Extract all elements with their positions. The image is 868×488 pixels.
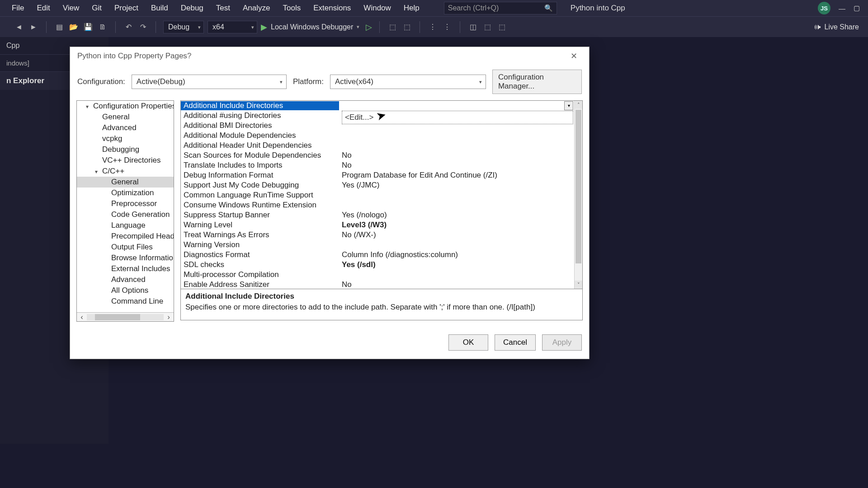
menu-debug[interactable]: Debug <box>175 1 210 15</box>
grid-vscrollbar[interactable]: ˄ ˅ <box>574 101 582 289</box>
tree-item[interactable]: External Includes <box>77 263 174 274</box>
menu-build[interactable]: Build <box>145 1 175 15</box>
tree-item[interactable]: Output Files <box>77 242 174 253</box>
scroll-left-icon[interactable]: ‹ <box>77 313 87 322</box>
cancel-button[interactable]: Cancel <box>495 334 536 351</box>
property-description: Additional Include Directories Specifies… <box>180 289 583 320</box>
back-icon[interactable]: ◄ <box>14 22 24 33</box>
dialog-titlebar: Python into Cpp Property Pages ? ✕ <box>70 47 589 65</box>
tb-icon-6[interactable]: ⬚ <box>496 22 507 33</box>
menu-view[interactable]: View <box>57 1 86 15</box>
menu-extensions[interactable]: Extensions <box>307 1 357 15</box>
search-input[interactable]: Search (Ctrl+Q) 🔍 <box>444 2 557 14</box>
property-row[interactable]: Warning Version <box>181 240 574 250</box>
platform-select[interactable]: x64▾ <box>208 21 257 33</box>
start-debug-button[interactable]: ▶ Local Windows Debugger ▾ <box>261 22 359 32</box>
tree-item[interactable]: Code Generation <box>77 209 174 220</box>
scroll-up-icon[interactable]: ˄ <box>575 101 582 109</box>
tb-icon-4[interactable]: ⋮ <box>442 22 453 33</box>
property-row[interactable]: Scan Sources for Module DependenciesNo <box>181 150 574 160</box>
tree-item[interactable]: vcpkg <box>77 133 174 144</box>
tree-item[interactable]: Precompiled Heade <box>77 231 174 242</box>
property-row[interactable]: Diagnostics FormatColumn Info (/diagnost… <box>181 250 574 260</box>
property-row[interactable]: Additional Header Unit Dependencies <box>181 141 574 150</box>
property-row[interactable]: Suppress Startup BannerYes (/nologo) <box>181 210 574 220</box>
property-row[interactable]: Additional Module Dependencies <box>181 131 574 141</box>
search-placeholder: Search (Ctrl+Q) <box>448 4 499 12</box>
scroll-down-icon[interactable]: ˅ <box>575 281 582 289</box>
tree-item[interactable]: Advanced <box>77 274 174 285</box>
liveshare-icon: 🕪 <box>814 23 821 31</box>
tree-item[interactable]: ▾C/C++ <box>77 166 174 177</box>
property-grid: Additional Include DirectoriesAdditional… <box>180 100 583 289</box>
tree-item[interactable]: Browse Information <box>77 253 174 263</box>
property-row[interactable]: Common Language RunTime Support <box>181 190 574 200</box>
property-row[interactable]: Additional Include Directories <box>181 101 574 111</box>
tree-item[interactable]: ▾Configuration Properties <box>77 101 174 112</box>
tb-icon-3[interactable]: ⋮ <box>427 22 438 33</box>
tree-item[interactable]: General <box>77 177 174 188</box>
liveshare-button[interactable]: 🕪 Live Share <box>814 23 859 31</box>
property-row[interactable]: SDL checksYes (/sdl) <box>181 260 574 270</box>
new-file-icon[interactable]: ▤ <box>54 22 65 33</box>
property-row[interactable]: Multi-processor Compilation <box>181 270 574 280</box>
property-row[interactable]: Treat Warnings As ErrorsNo (/WX-) <box>181 230 574 240</box>
value-dropdown-icon[interactable]: ▾ <box>564 101 573 110</box>
property-row[interactable]: Support Just My Code DebuggingYes (/JMC) <box>181 180 574 190</box>
configuration-manager-button[interactable]: Configuration Manager... <box>492 70 582 94</box>
property-row[interactable]: Warning LevelLevel3 (/W3) <box>181 220 574 230</box>
tree-item[interactable]: Advanced <box>77 122 174 133</box>
property-row[interactable]: Debug Information FormatProgram Database… <box>181 170 574 180</box>
bookmark-icon[interactable]: ◫ <box>467 22 478 33</box>
dialog-top-row: Configuration: Active(Debug)▾ Platform: … <box>70 65 589 100</box>
save-icon[interactable]: 💾 <box>83 22 94 33</box>
tree-item[interactable]: VC++ Directories <box>77 155 174 166</box>
redo-icon[interactable]: ↷ <box>137 22 148 33</box>
save-all-icon[interactable]: 🗎 <box>97 22 108 33</box>
menu-analyze[interactable]: Analyze <box>236 1 276 15</box>
open-icon[interactable]: 📂 <box>68 22 79 33</box>
menu-project[interactable]: Project <box>108 1 145 15</box>
menu-edit[interactable]: Edit <box>30 1 56 15</box>
dialog-title: Python into Cpp Property Pages <box>77 52 187 61</box>
platform-select-dialog[interactable]: Active(x64)▾ <box>330 75 486 89</box>
menu-file[interactable]: File <box>5 1 30 15</box>
tree-item[interactable]: ▸Linker <box>77 307 174 309</box>
forward-icon[interactable]: ► <box>28 22 39 33</box>
apply-button[interactable]: Apply <box>542 334 582 351</box>
menu-window[interactable]: Window <box>357 1 397 15</box>
close-icon[interactable]: ✕ <box>566 49 582 63</box>
menu-help[interactable]: Help <box>397 1 426 15</box>
tb-icon-2[interactable]: ⬚ <box>401 22 412 33</box>
ok-button[interactable]: OK <box>448 334 488 351</box>
tree-item[interactable]: Language <box>77 220 174 231</box>
configuration-select[interactable]: Active(Debug)▾ <box>132 75 287 89</box>
tree-item[interactable]: Preprocessor <box>77 198 174 209</box>
undo-icon[interactable]: ↶ <box>123 22 134 33</box>
project-name: Python into Cpp <box>571 4 625 13</box>
property-row[interactable]: Translate Includes to ImportsNo <box>181 160 574 170</box>
tb-icon-1[interactable]: ⬚ <box>387 22 398 33</box>
tree-item[interactable]: Optimization <box>77 188 174 198</box>
start-without-debug-icon[interactable]: ▷ <box>366 22 372 32</box>
maximize-icon[interactable]: ▢ <box>854 4 860 12</box>
edit-dropdown-item[interactable]: <Edit...> <box>342 111 573 124</box>
avatar[interactable]: JS <box>818 2 830 14</box>
tree-item[interactable]: All Options <box>77 285 174 296</box>
menu-tools[interactable]: Tools <box>277 1 307 15</box>
property-row[interactable]: Enable Address SanitizerNo <box>181 280 574 289</box>
tree-item[interactable]: Debugging <box>77 144 174 155</box>
property-tree: ▾Configuration PropertiesGeneralAdvanced… <box>76 100 174 322</box>
tree-item[interactable]: General <box>77 112 174 122</box>
property-row[interactable]: Consume Windows Runtime Extension <box>181 200 574 210</box>
help-icon[interactable]: ? <box>187 52 191 61</box>
tree-item[interactable]: Command Line <box>77 296 174 307</box>
menu-git[interactable]: Git <box>85 1 108 15</box>
minimize-icon[interactable]: — <box>839 5 845 12</box>
tb-icon-5[interactable]: ⬚ <box>482 22 493 33</box>
tree-hscrollbar[interactable]: ‹ › <box>77 312 174 321</box>
scroll-right-icon[interactable]: › <box>164 313 174 322</box>
config-select[interactable]: Debug▾ <box>163 21 204 33</box>
desc-text: Specifies one or more directories to add… <box>185 303 578 312</box>
menu-test[interactable]: Test <box>210 1 236 15</box>
